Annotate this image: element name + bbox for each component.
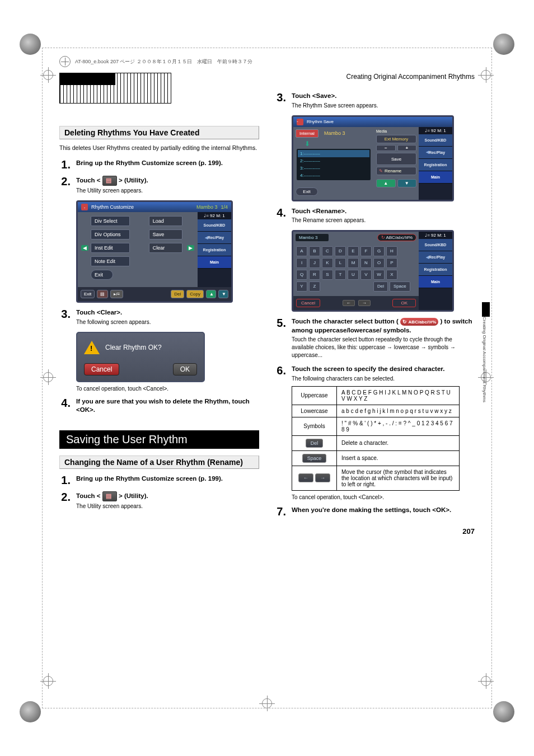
key-y[interactable]: Y: [296, 281, 307, 292]
frac-button[interactable]: ▸/≡: [110, 290, 123, 298]
opt-div-options[interactable]: Div Options: [91, 229, 130, 240]
sound-kbd-button[interactable]: Sound/KBD: [198, 219, 231, 232]
key-l[interactable]: L: [335, 258, 346, 268]
key-s[interactable]: S: [322, 270, 333, 280]
close-icon[interactable]: -: [297, 119, 303, 125]
opt-div-select[interactable]: Div Select: [91, 216, 130, 226]
arrow-right-icon[interactable]: ▶: [187, 245, 194, 251]
key-u[interactable]: U: [348, 270, 359, 280]
name-field[interactable]: Mambo 3: [296, 234, 329, 241]
arrow-right-icon[interactable]: →: [358, 300, 371, 306]
exit-button[interactable]: Exit: [81, 290, 95, 298]
plus-button[interactable]: +: [397, 145, 417, 151]
tempo-indicator: ♩= 92 M: 1: [198, 212, 231, 219]
registration-button[interactable]: Registration: [419, 264, 452, 276]
arrow-down-icon[interactable]: ▼: [397, 179, 417, 187]
key-r[interactable]: R: [309, 270, 320, 280]
key-f[interactable]: F: [360, 246, 372, 256]
main-button[interactable]: Main: [419, 276, 452, 288]
ok-button[interactable]: OK: [173, 363, 197, 375]
key-w[interactable]: W: [373, 270, 385, 280]
del-button[interactable]: Del: [171, 290, 184, 298]
rec-play-button[interactable]: ◀Rec/Play: [198, 232, 231, 244]
arrow-up-icon[interactable]: ▲: [376, 179, 396, 187]
table-row: SpaceInsert a space.: [292, 450, 460, 466]
key-h[interactable]: H: [386, 246, 397, 256]
key-x[interactable]: X: [386, 270, 397, 280]
copy-button[interactable]: Copy: [186, 290, 204, 298]
key-d[interactable]: D: [335, 246, 346, 256]
main-button[interactable]: Main: [198, 256, 231, 269]
arrow-left-icon[interactable]: ◀: [81, 245, 88, 251]
key-o[interactable]: O: [373, 258, 385, 268]
opt-note-edit[interactable]: Note Edit: [91, 256, 130, 266]
registration-button[interactable]: Registration: [198, 244, 231, 256]
opt-inst-edit[interactable]: Inst Edit: [91, 243, 130, 253]
book-header: AT-800_e.book 207 ページ ２００８年１０月１５日 水曜日 午前…: [59, 56, 475, 67]
key-p[interactable]: P: [386, 258, 397, 268]
rename-screen: Mambo 3 ABC/abc/!#% ABCDEFGHIJKLMNOPQRST…: [292, 230, 454, 312]
clear-rhythm-dialog: Clear Rhythm OK? Cancel OK: [76, 332, 205, 382]
cancel-button[interactable]: Cancel: [84, 363, 119, 375]
exit-small[interactable]: Exit: [91, 270, 113, 280]
arrow-down-icon: ⬇: [293, 140, 374, 148]
ui-title: Rhythm Customize: [91, 204, 134, 210]
sound-kbd-button[interactable]: Sound/KBD: [419, 134, 452, 147]
key-space[interactable]: Space: [390, 281, 410, 292]
key-m[interactable]: M: [348, 258, 359, 268]
opt-save[interactable]: Save: [149, 229, 182, 240]
ui-subtitle: Mambo 3: [196, 204, 218, 210]
key-n[interactable]: N: [360, 258, 372, 268]
list-item[interactable]: 1:-----------: [298, 150, 369, 157]
sound-kbd-button[interactable]: Sound/KBD: [419, 239, 452, 251]
key-t[interactable]: T: [335, 270, 346, 280]
opt-load[interactable]: Load: [149, 216, 182, 226]
slot-list: 1:----------- 2:----------- 3:----------…: [297, 149, 371, 180]
list-item[interactable]: 2:-----------: [298, 157, 369, 165]
arrow-left-icon[interactable]: ←: [343, 300, 355, 306]
list-item[interactable]: 4:-----------: [298, 172, 369, 179]
rename-button[interactable]: Rename: [376, 167, 416, 175]
media-value[interactable]: Ext Memory: [376, 135, 416, 143]
ok-button[interactable]: OK: [392, 299, 416, 307]
key-a[interactable]: A: [296, 246, 307, 256]
char-mode-button[interactable]: ABC/abc/!#%: [377, 234, 416, 241]
rec-play-button[interactable]: ◀Rec/Play: [419, 147, 452, 159]
key-k[interactable]: K: [322, 258, 333, 268]
list-item[interactable]: 3:-----------: [298, 165, 369, 172]
key-z[interactable]: Z: [309, 281, 320, 292]
key-i[interactable]: I: [296, 258, 307, 268]
table-row: Symbols! " # % & ' ( ) * + , - . / : = ?…: [292, 417, 460, 435]
r-step-6: 6. Touch the screen to specify the desir…: [275, 365, 475, 383]
page-title: Creating Original Accompaniment Rhythms: [275, 73, 475, 81]
step-1-title: Bring up the Rhythm Customize screen (p.…: [76, 159, 259, 168]
r-step-3: 3. Touch <Save>. The Rhythm Save screen …: [275, 92, 475, 110]
key-j[interactable]: J: [309, 258, 320, 268]
key-c[interactable]: C: [322, 246, 333, 256]
key-v[interactable]: V: [360, 270, 372, 280]
rec-play-button[interactable]: ◀Rec/Play: [419, 251, 452, 264]
key-e[interactable]: E: [348, 246, 359, 256]
arrow-up-icon[interactable]: ▲: [206, 290, 216, 298]
key-del[interactable]: Del: [373, 281, 388, 292]
cancel-button[interactable]: Cancel: [296, 299, 320, 307]
print-mark-tl: [20, 34, 41, 55]
registration-button[interactable]: Registration: [419, 159, 452, 171]
exit-button[interactable]: Exit: [296, 187, 318, 196]
section-delete-rhythms: Deleting Rhythms You Have Created: [59, 126, 259, 139]
rename-cancel-caption: To cancel operation, touch <Cancel>.: [292, 494, 475, 500]
internal-tab[interactable]: Internal: [296, 129, 318, 138]
opt-clear[interactable]: Clear: [149, 243, 182, 253]
key-q[interactable]: Q: [296, 270, 307, 280]
util-icon[interactable]: ▤: [97, 290, 108, 298]
arrow-down-icon[interactable]: ▼: [218, 290, 228, 298]
save-button[interactable]: Save: [376, 153, 416, 165]
book-header-text: AT-800_e.book 207 ページ ２００８年１０月１５日 水曜日 午前…: [75, 58, 252, 65]
close-icon[interactable]: -: [81, 204, 88, 210]
minus-button[interactable]: −: [376, 145, 396, 151]
key-g[interactable]: G: [373, 246, 385, 256]
key-b[interactable]: B: [309, 246, 320, 256]
step-2-title: Touch < > (Utility).: [76, 176, 259, 186]
main-button[interactable]: Main: [419, 171, 452, 184]
page-number: 207: [275, 527, 475, 536]
